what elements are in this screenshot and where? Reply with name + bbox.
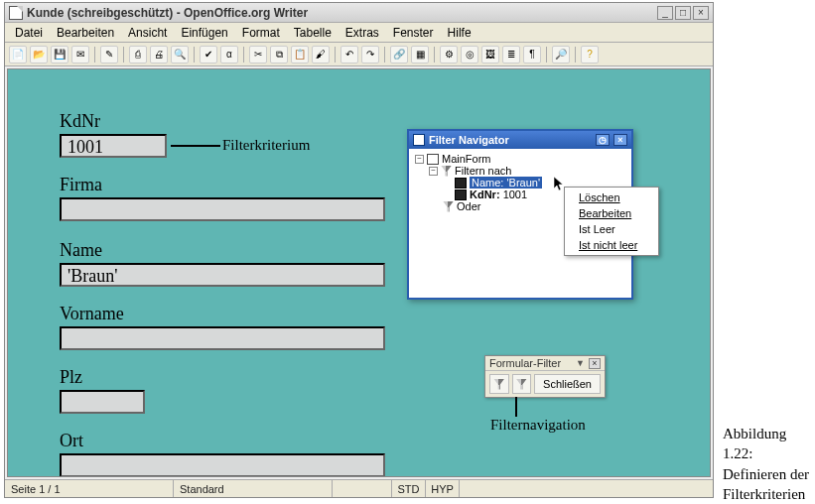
ctx-item-ist-leer[interactable]: Ist Leer xyxy=(565,221,658,237)
funnel-nav-icon xyxy=(516,379,527,390)
tb-show-icon[interactable]: ⚙ xyxy=(440,46,458,63)
status-std[interactable]: STD xyxy=(392,480,426,497)
tb-open-icon[interactable]: 📂 xyxy=(30,46,48,63)
filter-navigator-close-button[interactable]: × xyxy=(613,134,627,146)
form-icon xyxy=(427,154,439,165)
tb-datasources-icon[interactable]: ≣ xyxy=(502,46,520,63)
funnel-icon xyxy=(493,379,504,390)
tb-table-icon[interactable]: ▦ xyxy=(411,46,429,63)
formular-filter-apply-button[interactable] xyxy=(489,374,509,394)
formular-filter-navigator-button[interactable] xyxy=(512,374,532,394)
funnel-icon xyxy=(441,166,452,177)
tree-label-kdnr-name: KdNr: xyxy=(470,189,500,200)
tb-gallery-icon[interactable]: 🖼 xyxy=(481,46,499,63)
tb-undo-icon[interactable]: ↶ xyxy=(340,46,358,63)
menu-fenster[interactable]: Fenster xyxy=(387,24,440,42)
input-ort[interactable] xyxy=(60,453,385,477)
input-firma[interactable] xyxy=(60,197,385,221)
menu-datei[interactable]: Datei xyxy=(9,24,49,42)
tree-toggle-icon[interactable]: − xyxy=(429,167,438,176)
filter-navigator-title: Filter Navigator xyxy=(429,134,592,146)
formular-filter-titlebar[interactable]: Formular-Filter ▼ × xyxy=(485,356,605,371)
tb-separator xyxy=(94,47,95,63)
input-kdnr[interactable]: 1001 xyxy=(60,134,167,158)
application-window: Kunde (schreibgeschützt) - OpenOffice.or… xyxy=(4,2,714,498)
titlebar: Kunde (schreibgeschützt) - OpenOffice.or… xyxy=(5,3,713,23)
tb-link-icon[interactable]: 🔗 xyxy=(390,46,408,63)
label-plz: Plz xyxy=(60,367,145,388)
formular-filter-dropdown-icon[interactable]: ▼ xyxy=(576,358,585,368)
tb-save-icon[interactable]: 💾 xyxy=(51,46,68,63)
menu-bearbeiten[interactable]: Bearbeiten xyxy=(51,24,120,42)
caption-line3: Filterkriterien im xyxy=(723,484,815,504)
label-name: Name xyxy=(60,240,385,261)
tb-cut-icon[interactable]: ✂ xyxy=(249,46,267,63)
label-firma: Firma xyxy=(60,175,385,195)
tb-zoom-icon[interactable]: 🔎 xyxy=(552,46,570,63)
tb-paste-icon[interactable]: 📋 xyxy=(291,46,309,63)
tb-separator xyxy=(194,47,195,63)
tree-toggle-icon[interactable]: − xyxy=(415,155,424,164)
annotation-line-filternav xyxy=(515,397,517,417)
formular-filter-close-label: Schließen xyxy=(543,378,592,390)
formular-filter-title: Formular-Filter xyxy=(489,357,572,369)
field-icon xyxy=(455,189,467,200)
tb-new-icon[interactable]: 📄 xyxy=(9,46,27,63)
status-hyp[interactable]: HYP xyxy=(426,480,460,497)
ctx-item-bearbeiten[interactable]: Bearbeiten xyxy=(565,205,658,221)
tb-chars-icon[interactable]: ¶ xyxy=(523,46,541,63)
annotation-filternavigation: Filternavigation xyxy=(490,417,586,434)
filter-navigator-titlebar[interactable]: Filter Navigator ◷ × xyxy=(409,131,631,149)
menu-format[interactable]: Format xyxy=(236,24,286,42)
tb-brush-icon[interactable]: 🖌 xyxy=(312,46,330,63)
status-page: Seite 1 / 1 xyxy=(5,480,174,497)
menu-ansicht[interactable]: Ansicht xyxy=(122,24,173,42)
tree-label-oder: Oder xyxy=(457,200,480,212)
menu-einfuegen[interactable]: Einfügen xyxy=(175,24,233,42)
ctx-item-loeschen[interactable]: Löschen xyxy=(565,189,658,205)
menu-tabelle[interactable]: Tabelle xyxy=(288,24,338,42)
tree-row-mainform[interactable]: − MainForm xyxy=(415,153,625,165)
input-plz[interactable] xyxy=(60,390,145,414)
tree-label-mainform: MainForm xyxy=(442,153,491,165)
label-ort: Ort xyxy=(60,431,385,451)
document-icon xyxy=(9,6,23,20)
menu-extras[interactable]: Extras xyxy=(340,24,385,42)
statusbar: Seite 1 / 1 Standard STD HYP xyxy=(5,479,713,497)
input-name[interactable]: 'Braun' xyxy=(60,263,385,287)
tb-edit-icon[interactable]: ✎ xyxy=(100,46,118,63)
tb-spell-icon[interactable]: ✔ xyxy=(200,46,217,63)
label-kdnr: KdNr xyxy=(60,111,167,132)
tb-redo-icon[interactable]: ↷ xyxy=(361,46,379,63)
tb-separator xyxy=(575,47,576,63)
tb-pdf-icon[interactable]: ⎙ xyxy=(129,46,147,63)
tb-abc-icon[interactable]: α xyxy=(220,46,238,63)
annotation-filterkriterium: Filterkriterium xyxy=(222,137,310,154)
figure-caption: Abbildung 1.22: Definieren der Filterkri… xyxy=(723,424,815,504)
tb-help-icon[interactable]: ? xyxy=(581,46,599,63)
tb-copy-icon[interactable]: ⧉ xyxy=(270,46,288,63)
tb-separator xyxy=(546,47,547,63)
field-icon xyxy=(455,178,467,189)
tb-mail-icon[interactable]: ✉ xyxy=(71,46,89,63)
status-style: Standard xyxy=(174,480,333,497)
close-button[interactable]: × xyxy=(693,6,709,20)
tb-separator xyxy=(434,47,435,63)
formular-filter-close-icon[interactable]: × xyxy=(589,358,601,369)
tree-row-filternach[interactable]: − Filtern nach xyxy=(415,165,625,177)
formular-filter-schliessen-button[interactable]: Schließen xyxy=(534,374,601,394)
tb-navigator-icon[interactable]: ◎ xyxy=(461,46,478,63)
menubar: Datei Bearbeiten Ansicht Einfügen Format… xyxy=(5,23,713,43)
label-vorname: Vorname xyxy=(60,304,385,324)
ctx-item-ist-nicht-leer[interactable]: Ist nicht leer xyxy=(565,237,658,253)
tb-separator xyxy=(335,47,336,63)
filter-navigator-pin-button[interactable]: ◷ xyxy=(596,134,610,146)
input-vorname[interactable] xyxy=(60,326,385,350)
tb-print-icon[interactable]: 🖨 xyxy=(150,46,168,63)
formular-filter-toolbar[interactable]: Formular-Filter ▼ × Schließen xyxy=(484,355,606,398)
tb-preview-icon[interactable]: 🔍 xyxy=(171,46,189,63)
menu-hilfe[interactable]: Hilfe xyxy=(442,24,477,42)
maximize-button[interactable]: □ xyxy=(675,6,691,20)
minimize-button[interactable]: _ xyxy=(657,6,673,20)
context-menu: Löschen Bearbeiten Ist Leer Ist nicht le… xyxy=(564,187,659,256)
